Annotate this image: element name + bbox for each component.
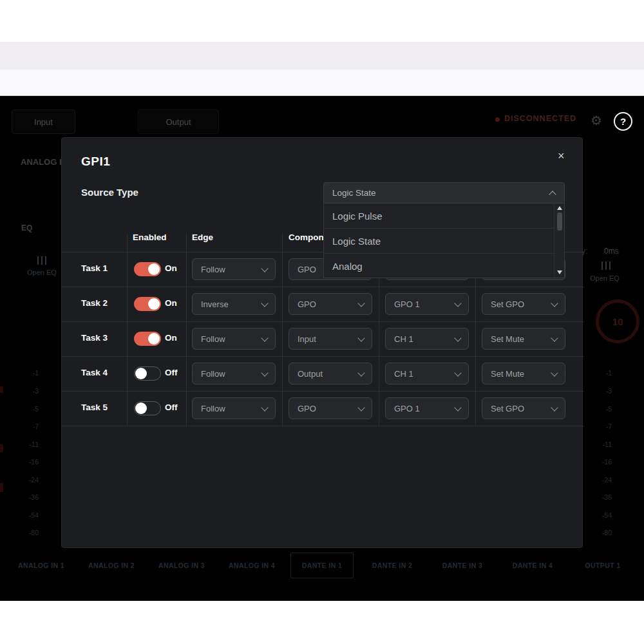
toggle-knob xyxy=(148,298,160,310)
browser-tab-strip: Dante DBT-44 × + ✕ xyxy=(0,42,644,70)
component-select-value: GPO xyxy=(298,299,316,309)
channel-select-value: GPO 1 xyxy=(394,404,420,413)
dialog-title: GPI1 xyxy=(81,155,110,169)
edge-select-value: Follow xyxy=(201,265,225,274)
divider xyxy=(186,234,187,426)
edge-select[interactable]: Follow xyxy=(192,397,276,419)
chevron-down-icon xyxy=(551,404,558,411)
dropdown-option[interactable]: Logic State xyxy=(324,229,564,253)
chevron-down-icon xyxy=(261,404,268,411)
edge-select[interactable]: Follow xyxy=(192,363,276,384)
edge-select[interactable]: Follow xyxy=(192,328,276,350)
dropdown-scrollbar[interactable] xyxy=(554,204,564,277)
component-select-value: Input xyxy=(298,334,316,344)
channel-select[interactable]: CH 1 xyxy=(385,328,469,350)
component-select-value: Output xyxy=(298,369,323,379)
task-enabled-toggle[interactable] xyxy=(134,332,161,346)
divider xyxy=(62,426,583,426)
task-enabled-toggle[interactable] xyxy=(134,297,161,311)
channel-select[interactable]: GPO 1 xyxy=(385,397,469,419)
channel-select-value: CH 1 xyxy=(394,334,413,344)
source-type-options-list: Logic PulseLogic StateAnalog xyxy=(323,204,565,278)
component-select-value: GPO xyxy=(298,265,316,274)
toggle-knob xyxy=(148,333,160,345)
chevron-down-icon xyxy=(261,265,268,272)
dialog-close-icon[interactable]: × xyxy=(558,149,565,163)
channel-select[interactable]: CH 1 xyxy=(385,363,469,384)
toggle-state-label: On xyxy=(165,263,177,273)
scroll-up-icon[interactable] xyxy=(557,206,562,210)
browser-toolbar: ← → ↻ ☆ ≡ xyxy=(0,70,644,96)
channel-select[interactable]: GPO 1 xyxy=(385,293,469,315)
edge-select[interactable]: Follow xyxy=(192,258,276,280)
action-select[interactable]: Set Mute xyxy=(482,328,565,350)
divider xyxy=(127,234,128,426)
task-enabled-toggle[interactable] xyxy=(134,366,161,381)
chevron-down-icon xyxy=(454,299,461,307)
edge-select-value: Follow xyxy=(201,404,225,413)
task-enabled-toggle[interactable] xyxy=(134,262,161,276)
column-header: Enabled xyxy=(133,232,167,242)
divider xyxy=(282,234,283,426)
action-select-value: Set GPO xyxy=(491,404,524,413)
chevron-down-icon xyxy=(357,299,365,307)
component-select[interactable]: GPO xyxy=(289,293,372,315)
dropdown-option[interactable]: Logic Pulse xyxy=(324,204,564,228)
action-select[interactable]: Set Mute xyxy=(482,363,565,384)
column-header: Edge xyxy=(192,232,213,242)
task-label: Task 1 xyxy=(62,263,127,273)
chevron-down-icon xyxy=(357,404,365,411)
screenshot-stage: Dante DBT-44 × + ✕ ← → ↻ ☆ xyxy=(0,0,644,644)
chevron-down-icon xyxy=(357,369,365,376)
task-label: Task 3 xyxy=(62,333,127,343)
toggle-state-label: Off xyxy=(165,368,178,377)
divider xyxy=(62,356,583,357)
action-select[interactable]: Set GPO xyxy=(482,397,565,419)
action-select-value: Set Mute xyxy=(491,334,524,344)
scrollbar-thumb[interactable] xyxy=(557,213,562,231)
task-label: Task 4 xyxy=(62,368,127,377)
divider xyxy=(62,287,583,287)
chevron-down-icon xyxy=(261,334,268,341)
action-select-value: Set GPO xyxy=(491,299,524,309)
edge-select-value: Follow xyxy=(201,334,225,344)
channel-select-value: CH 1 xyxy=(394,369,413,379)
chevron-down-icon xyxy=(357,334,365,341)
chevron-down-icon xyxy=(261,369,268,376)
action-select[interactable]: Set GPO xyxy=(482,293,565,315)
edge-select-value: Inverse xyxy=(201,299,229,309)
component-select[interactable]: Output xyxy=(289,363,372,384)
chevron-down-icon xyxy=(261,299,268,307)
source-type-label: Source Type xyxy=(81,187,138,198)
chevron-down-icon xyxy=(551,299,558,307)
toggle-knob xyxy=(148,263,160,275)
toggle-state-label: On xyxy=(165,333,177,343)
chevron-down-icon xyxy=(454,404,461,411)
component-select[interactable]: Input xyxy=(289,328,372,350)
source-type-selected-value: Logic State xyxy=(332,188,376,198)
divider xyxy=(62,391,583,392)
channel-select-value: GPO 1 xyxy=(394,299,420,309)
edge-select-value: Follow xyxy=(201,369,225,379)
action-select-value: Set Mute xyxy=(491,369,524,379)
chevron-down-icon xyxy=(551,369,558,376)
divider xyxy=(62,321,583,322)
scroll-down-icon[interactable] xyxy=(557,270,562,274)
task-enabled-toggle[interactable] xyxy=(134,401,161,415)
dropdown-option[interactable]: Analog xyxy=(324,254,564,278)
page-viewport: Input Output DISCONNECTED ⚙ ANALOG IN EQ… xyxy=(0,96,644,601)
source-type-select[interactable]: Logic State xyxy=(323,182,565,204)
chevron-up-icon xyxy=(549,191,556,198)
chevron-down-icon xyxy=(454,334,461,341)
toggle-knob xyxy=(135,368,147,379)
task-label: Task 2 xyxy=(62,298,127,308)
toggle-state-label: On xyxy=(165,298,177,308)
toggle-knob xyxy=(135,402,147,414)
component-select-value: GPO xyxy=(298,404,316,413)
task-label: Task 5 xyxy=(62,402,127,412)
edge-select[interactable]: Inverse xyxy=(192,293,276,315)
component-select[interactable]: GPO xyxy=(289,397,372,419)
help-button[interactable]: ? xyxy=(614,112,632,131)
chevron-down-icon xyxy=(454,369,461,376)
toggle-state-label: Off xyxy=(165,402,178,412)
